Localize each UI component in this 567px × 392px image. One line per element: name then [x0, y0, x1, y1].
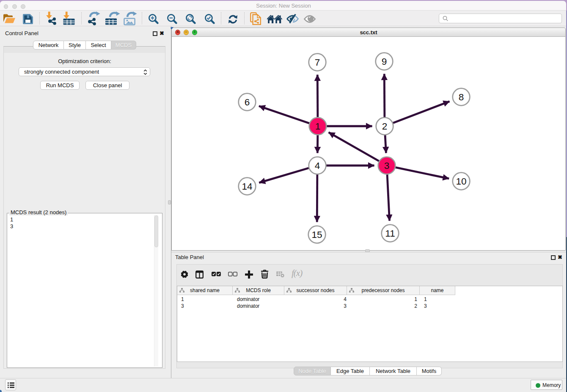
svg-text:1: 1	[315, 121, 321, 132]
svg-text:14: 14	[242, 181, 252, 192]
svg-text:15: 15	[311, 229, 322, 240]
svg-text:6: 6	[245, 97, 250, 108]
svg-text:8: 8	[459, 92, 464, 102]
svg-text:2: 2	[382, 121, 388, 132]
svg-text:4: 4	[315, 160, 320, 171]
svg-text:7: 7	[315, 57, 320, 68]
svg-text:11: 11	[385, 228, 395, 239]
svg-text:9: 9	[382, 56, 387, 67]
svg-text:10: 10	[456, 176, 466, 187]
svg-text:3: 3	[384, 160, 390, 171]
